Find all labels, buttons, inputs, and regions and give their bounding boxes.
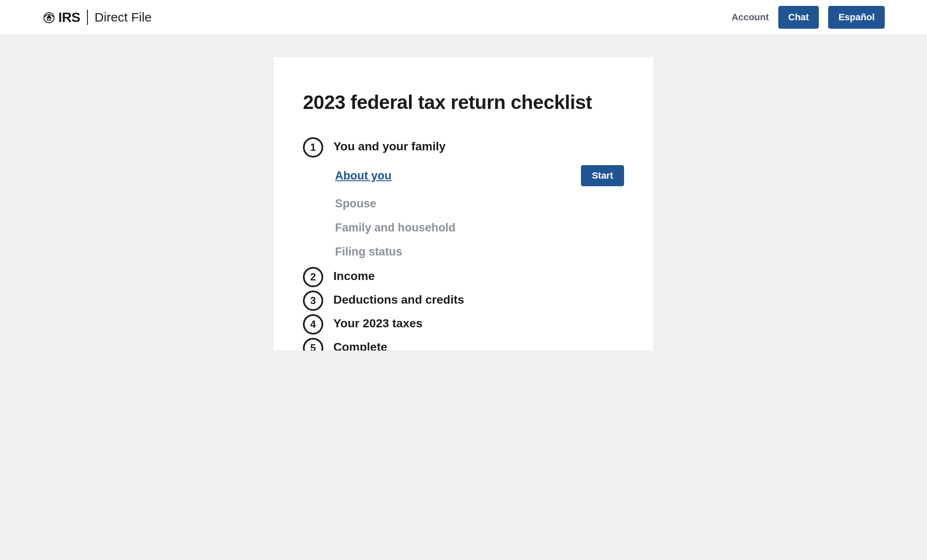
step-1: 1 You and your family About you Start Sp… [303,137,624,267]
substep-family: Family and household [335,221,455,234]
page-title: 2023 federal tax return checklist [303,91,624,114]
header-right: Account Chat Español [732,6,885,29]
step-5-body: Complete [333,338,624,351]
substep-filing-row: Filing status [335,245,624,258]
step-4: 4 Your 2023 taxes [303,314,624,338]
step-1-substeps: About you Start Spouse Family and househ… [333,165,624,258]
substep-about-you-row: About you Start [335,165,624,186]
step-1-indicator: 1 [303,137,323,158]
step-4-title: Your 2023 taxes [333,317,624,330]
step-4-circle: 4 [303,314,323,334]
step-2-circle: 2 [303,267,323,287]
step-2-indicator: 2 [303,267,323,287]
step-2-title: Income [333,269,624,283]
substep-filing-status: Filing status [335,245,402,258]
chat-button[interactable]: Chat [778,6,819,29]
step-4-body: Your 2023 taxes [333,314,624,338]
step-3-body: Deductions and credits [333,291,624,314]
language-button[interactable]: Español [828,6,885,29]
account-link[interactable]: Account [732,12,769,23]
start-button[interactable]: Start [581,165,624,186]
header-bar: IRS Direct File Account Chat Español [0,0,927,35]
step-3-title: Deductions and credits [333,293,624,307]
svg-rect-2 [48,18,49,20]
irs-text: IRS [58,10,80,25]
header-left: IRS Direct File [42,10,152,25]
product-name: Direct File [95,10,152,24]
step-1-body: You and your family About you Start Spou… [333,137,624,267]
step-3: 3 Deductions and credits [303,291,624,314]
step-5-title: Complete [333,340,624,351]
svg-rect-4 [50,18,51,20]
step-4-indicator: 4 [303,314,323,334]
step-5: 5 Complete [303,338,624,351]
substep-spouse: Spouse [335,197,376,210]
substep-family-row: Family and household [335,221,624,234]
substep-about-you[interactable]: About you [335,169,391,182]
step-1-title: You and your family [333,140,624,153]
step-1-circle: 1 [303,137,323,158]
step-5-indicator: 5 [303,338,323,351]
svg-rect-3 [49,18,50,20]
step-5-circle: 5 [303,338,323,351]
irs-eagle-icon [42,11,56,24]
substep-spouse-row: Spouse [335,197,624,210]
step-2-body: Income [333,267,624,291]
step-2: 2 Income [303,267,624,291]
header-divider [87,10,88,25]
step-3-circle: 3 [303,291,323,311]
main-container: 2023 federal tax return checklist 1 You … [0,35,927,351]
checklist-steps: 1 You and your family About you Start Sp… [303,137,624,351]
content-card: 2023 federal tax return checklist 1 You … [273,57,654,351]
irs-logo[interactable]: IRS [42,10,80,25]
step-3-indicator: 3 [303,291,323,311]
